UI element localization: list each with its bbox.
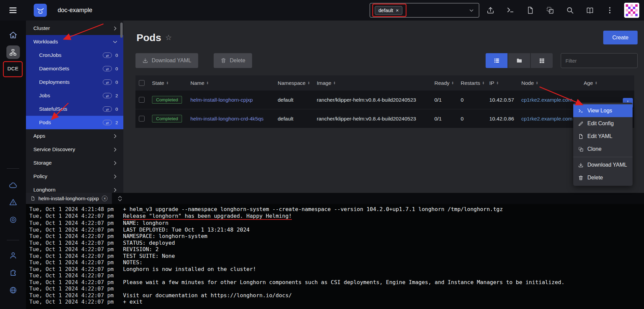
table-header: State Name Namespace Image (135, 75, 634, 91)
import-yaml-icon[interactable] (486, 6, 495, 14)
log-line: Tue, Oct 1 2024 4:22:07 pm NAMESPACE: lo… (29, 233, 644, 240)
top-bar-actions (486, 0, 614, 21)
sidebar-subitem[interactable]: StatefulSets 0 (26, 102, 123, 116)
scale-icon (106, 119, 109, 126)
scale-icon (106, 106, 109, 112)
column-header[interactable]: Age (581, 80, 634, 86)
sidebar-item[interactable]: Storage (26, 156, 123, 170)
home-nav[interactable] (0, 31, 26, 39)
log-text: Longhorn is now installed on the cluster… (123, 266, 256, 273)
namespace-filter-dropdown[interactable]: default (370, 3, 479, 18)
workload-count: 0 (115, 80, 118, 85)
log-timestamp: Tue, Oct 1 2024 4:22:07 pm (29, 233, 123, 240)
favorite-star-icon[interactable] (165, 33, 172, 42)
globe-icon (9, 286, 18, 295)
namespace-chip[interactable]: default (375, 6, 402, 15)
grid-view-button[interactable] (531, 53, 553, 68)
users-nav[interactable] (0, 251, 26, 260)
node-link[interactable]: cp1rke2.example.com (521, 97, 573, 103)
file-icon[interactable] (526, 6, 534, 14)
status-badge: Completed (152, 96, 182, 104)
sidebar-subitem[interactable]: Deployments 0 (26, 75, 123, 89)
table-row[interactable]: Completed helm-install-longhorn-cpjxp de… (135, 91, 634, 109)
rancher-logo-icon[interactable] (34, 4, 47, 17)
workload-count-badge (103, 79, 112, 85)
kebab-menu-icon[interactable] (606, 6, 614, 14)
log-timestamp: Tue, Oct 1 2024 4:22:07 pm (29, 253, 123, 260)
sidebar-subitem[interactable]: DaemonSets 0 (26, 62, 123, 75)
sidebar-item[interactable]: Service Discovery (26, 143, 123, 156)
cluster-nav[interactable] (0, 45, 26, 59)
column-header[interactable]: Ready (432, 80, 458, 86)
download-yaml-button[interactable]: Download YAML (135, 53, 198, 68)
column-header[interactable]: Name (188, 80, 275, 86)
kubectl-shell-icon[interactable] (506, 6, 515, 14)
page-title: Pods (136, 32, 161, 43)
filter-input[interactable] (561, 53, 638, 68)
menu-item[interactable]: Delete (573, 171, 633, 184)
list-icon (493, 57, 500, 64)
column-header[interactable]: State (149, 80, 188, 86)
log-line: Tue, Oct 1 2024 4:22:07 pm LAST DEPLOYED… (29, 227, 644, 233)
log-text: STATUS: deployed (123, 240, 175, 246)
column-header[interactable]: Namespace (275, 80, 314, 86)
menu-item[interactable]: View Logs (573, 104, 633, 117)
remove-namespace-icon[interactable] (396, 8, 399, 13)
pod-name-link[interactable]: helm-install-longhorn-crd-4k5qs (190, 116, 264, 122)
select-all-checkbox[interactable] (139, 80, 145, 86)
sidebar-item-workloads[interactable]: Workloads (26, 35, 123, 48)
menu-item[interactable]: Download YAML (573, 159, 633, 171)
menu-item-icon (578, 108, 584, 114)
log-tab[interactable]: helm-install-longhorn-cpjxp (26, 193, 112, 204)
menu-item[interactable]: Edit YAML (573, 130, 633, 143)
column-header[interactable]: Image (314, 80, 432, 86)
folder-view-button[interactable] (508, 53, 530, 68)
sort-icon (308, 81, 310, 84)
close-tab-icon[interactable] (102, 196, 108, 201)
pod-name-link[interactable]: helm-install-longhorn-cpjxp (190, 97, 253, 103)
sidebar-item[interactable]: Cluster (26, 22, 123, 35)
search-icon[interactable] (566, 6, 574, 14)
sidebar-subitem[interactable]: CronJobs 0 (26, 48, 123, 62)
log-timestamp: Tue, Oct 1 2024 4:22:07 pm (29, 220, 123, 227)
cell-image: rancher/klipper-helm:v0.8.4-build2024052… (314, 116, 432, 122)
log-timestamp: Tue, Oct 1 2024 4:22:07 pm (29, 227, 123, 233)
sidebar-subitem[interactable]: Pods 2 (26, 116, 123, 129)
user-avatar[interactable] (624, 3, 639, 18)
alerts-nav[interactable] (0, 198, 26, 207)
cloud-nav[interactable] (0, 181, 26, 190)
status-badge: Completed (152, 115, 182, 123)
fleet-nav[interactable] (0, 215, 26, 224)
workload-count-badge (103, 106, 112, 112)
global-settings-nav[interactable] (0, 286, 26, 295)
expand-panel-icon[interactable] (116, 195, 124, 202)
log-timestamp: Tue, Oct 1 2024 4:22:07 pm (29, 285, 123, 292)
sidebar-item[interactable]: Apps (26, 129, 123, 143)
table-row[interactable]: Completed helm-install-longhorn-crd-4k5q… (135, 109, 634, 128)
copy-icon[interactable] (546, 6, 554, 14)
delete-button[interactable]: Delete (214, 53, 252, 68)
menu-item[interactable]: Clone (573, 143, 633, 156)
hamburger-menu-button[interactable] (0, 7, 26, 14)
scale-icon (106, 79, 109, 85)
cloud-icon (9, 181, 18, 190)
cluster-initials-badge[interactable]: DCE (0, 66, 26, 71)
row-checkbox[interactable] (139, 97, 145, 103)
create-button[interactable]: Create (603, 31, 638, 44)
column-header[interactable]: Node (519, 80, 581, 86)
cluster-icon (9, 48, 17, 56)
list-view-button[interactable] (486, 53, 508, 68)
row-checkbox[interactable] (139, 116, 145, 122)
sidebar-item[interactable]: Policy (26, 170, 123, 183)
node-link[interactable]: cp1rke2.example.com (521, 116, 573, 122)
cell-ip: 10.42.0.86 (487, 116, 519, 122)
log-line: Tue, Oct 1 2024 4:22:07 pm + exit (29, 299, 644, 305)
docs-icon[interactable] (586, 6, 594, 14)
extensions-nav[interactable] (0, 269, 26, 277)
sidebar-scrollbar[interactable] (120, 23, 123, 38)
menu-item[interactable]: Edit Config (573, 117, 633, 130)
column-header[interactable]: IP (487, 80, 519, 86)
log-output: Tue, Oct 1 2024 4:21:48 pm + helm_v3 upg… (26, 204, 644, 305)
column-header[interactable]: Restarts (458, 80, 487, 86)
sidebar-subitem[interactable]: Jobs 2 (26, 89, 123, 102)
